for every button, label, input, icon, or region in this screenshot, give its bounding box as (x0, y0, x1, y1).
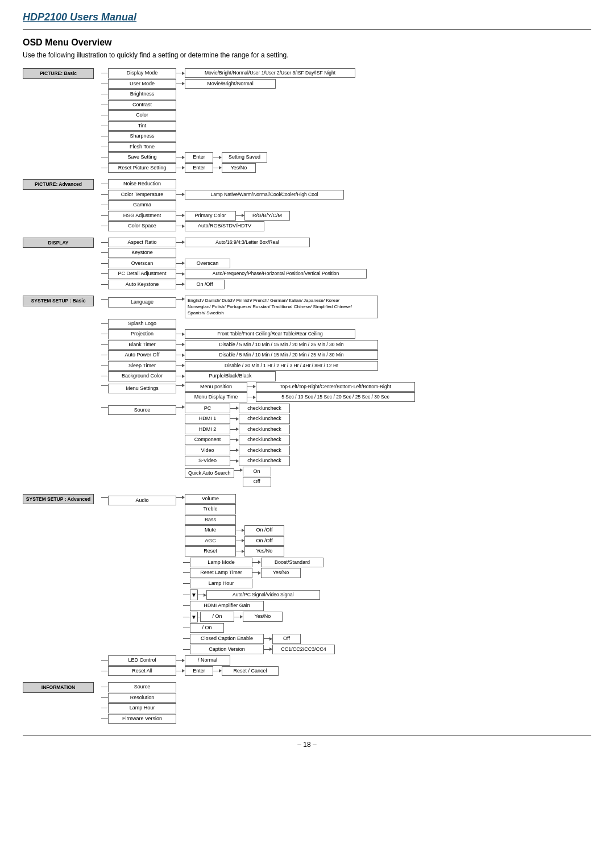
value-agc: On /Off (244, 536, 284, 546)
value-auto-power-off: Disable / 5 Min / 10 Min / 15 Min / 20 M… (185, 350, 378, 360)
audio-agc: AGC (185, 536, 236, 546)
on-2: / On (190, 623, 224, 633)
value-reset-all-enter: Enter (185, 666, 213, 676)
menu-bg-color: Background Color (108, 371, 176, 381)
subtitle: Use the following illustration to quickl… (23, 51, 591, 59)
menu-language: Language (108, 297, 176, 308)
menu-reset-all: Reset All (108, 666, 176, 676)
source-pc: PC (185, 404, 230, 414)
audio-treble: Treble (185, 504, 236, 514)
menu-led-control: LED Control (108, 655, 176, 666)
icon-box-2: ▼ (190, 612, 198, 622)
menu-sharpness: Sharpness (108, 131, 176, 142)
info-lamp-hour: Lamp Hour (108, 703, 176, 713)
menu-source-basic: Source (108, 405, 176, 416)
value-bg-color: Purple/Black/Black (185, 371, 276, 381)
menu-auto-power-off: Auto Power Off (108, 350, 176, 360)
source-svideo: S-Video (185, 456, 230, 466)
menu-gamma: Gamma (108, 200, 176, 210)
on-1: / On (200, 612, 234, 622)
menu-noise-reduction: Noise Reduction (108, 179, 176, 189)
menu-color-temp: Color Temperature (108, 190, 176, 200)
menu-color: Color (108, 110, 176, 121)
value-display-mode: Movie/Bright/Normal/User 1/User 2/User 3… (185, 68, 355, 78)
category-picture-basic: PICTURE: Basic (23, 68, 94, 79)
value-mute: On /Off (244, 525, 284, 535)
value-menu-display-time: 5 Sec / 10 Sec / 15 Sec / 20 Sec / 25 Se… (256, 392, 415, 402)
value-yes-no-2: Yes/No (243, 612, 283, 622)
value-video: check/uncheck (239, 446, 290, 456)
value-lamp-reset: Yes/No (261, 568, 301, 578)
value-pc-detail: Auto/Frequency/Phase/Horizontal Position… (185, 269, 367, 279)
audio-bass: Bass (185, 515, 236, 525)
category-display: DISPLAY (23, 238, 94, 248)
menu-reset-picture: Reset Picture Setting (108, 163, 176, 173)
lamp-reset-timer: Reset Lamp Timer (190, 568, 252, 578)
menu-tint: Tint (108, 121, 176, 131)
menu-hsg: HSG Adjustment (108, 211, 176, 221)
value-user-mode: Movie/Bright/Normal (185, 79, 276, 89)
menu-color-space: Color Space (108, 221, 176, 231)
info-firmware: Firmware Version (108, 714, 176, 724)
menu-sleep-timer: Sleep Timer (108, 361, 176, 371)
menu-keystone: Keystone (108, 248, 176, 258)
audio-volume: Volume (185, 494, 236, 504)
value-cc-version: CC1/CC2/CC3/CC4 (272, 645, 335, 655)
value-auto-keystone: On /Off (185, 280, 225, 290)
value-pc: check/uncheck (239, 404, 290, 414)
value-reset-enter: Enter (185, 163, 213, 173)
signal-icon-box: ▼ (190, 589, 198, 600)
menu-splash-logo: Splash Logo (108, 319, 176, 329)
menu-brightness: Brightness (108, 89, 176, 99)
source-quick-auto-search: Quick Auto Search (185, 468, 234, 479)
section-title: OSD Menu Overview (23, 38, 591, 48)
value-save-enter: Enter (185, 152, 213, 163)
menu-projection: Projection (108, 329, 176, 339)
category-picture-advanced: PICTURE: Advanced (23, 179, 94, 190)
menu-audio: Audio (108, 496, 176, 506)
value-overscan: Overscan (185, 259, 230, 269)
value-primary-color: Primary Color (185, 211, 236, 221)
category-system-basic: SYSTEM SETUP : Basic (23, 296, 94, 306)
value-reset-cancel: Reset / Cancel (222, 666, 279, 676)
value-hdmi2: check/uncheck (239, 425, 290, 435)
source-component: Component (185, 435, 230, 445)
page-number: – 18 – (23, 736, 591, 749)
menu-position: Menu position (185, 382, 247, 392)
value-component: check/uncheck (239, 435, 290, 445)
lamp-hour: Lamp Hour (190, 579, 252, 589)
value-rgb: R/G/B/Y/C/M (244, 211, 290, 221)
audio-reset: Reset (185, 546, 236, 556)
value-cc-off: Off (272, 634, 301, 644)
page-title: HDP2100 Users Manual (23, 11, 591, 23)
value-lamp-mode: Boost/Standard (261, 558, 323, 568)
info-source: Source (108, 682, 176, 692)
value-aspect-ratio: Auto/16:9/4:3/Letter Box/Real (185, 238, 310, 247)
value-audio-reset: Yes/No (244, 546, 284, 556)
value-setting-saved: Setting Saved (222, 152, 267, 163)
value-led-control: / Normal (185, 655, 230, 666)
menu-display-time: Menu Display Time (185, 392, 247, 402)
value-blank-timer: Disable / 5 Min / 10 Min / 15 Min / 20 M… (185, 340, 378, 350)
category-information: INFORMATION (23, 682, 94, 693)
value-quick-off: Off (243, 477, 271, 487)
lamp-mode: Lamp Mode (190, 558, 252, 568)
value-color-space: Auto/RGB/STDV/HDTV (185, 221, 264, 231)
closed-caption-enable: Closed Caption Enable (190, 634, 264, 644)
value-auto-signal: Auto/PC Signal/Video Signal (206, 590, 320, 600)
source-hdmi2: HDMI 2 (185, 425, 230, 435)
osd-diagram: PICTURE: Basic Display Mode Movie/Bright… (23, 68, 591, 724)
category-system-advanced: SYSTEM SETUP : Advanced (23, 494, 94, 505)
source-video: Video (185, 446, 230, 456)
menu-settings: Menu Settings (108, 384, 176, 394)
menu-aspect-ratio: Aspect Ratio (108, 238, 176, 248)
menu-contrast: Contrast (108, 100, 176, 110)
value-sleep-timer: Disable / 30 Min / 1 Hr / 2 Hr / 3 Hr / … (185, 361, 378, 371)
menu-overscan: Overscan (108, 259, 176, 269)
source-hdmi1: HDMI 1 (185, 414, 230, 424)
menu-save-setting: Save Setting (108, 152, 176, 163)
caption-version: Caption Version (190, 645, 264, 655)
menu-flesh-tone: Flesh Tone (108, 142, 176, 152)
value-projection: Front Table/Front Ceiling/Rear Table/Rea… (185, 329, 355, 339)
value-hdmi1: check/uncheck (239, 414, 290, 424)
